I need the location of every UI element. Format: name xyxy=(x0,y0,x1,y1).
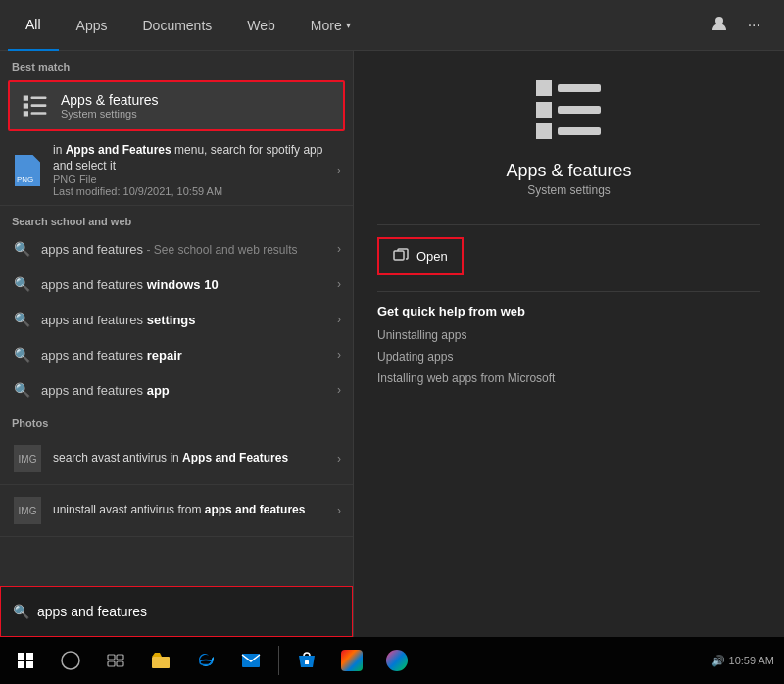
main-content: Best match Apps & features System settin… xyxy=(0,51,784,637)
quick-help-link-2[interactable]: Installing web apps from Microsoft xyxy=(377,371,760,385)
task-view-button[interactable] xyxy=(94,639,137,682)
svg-rect-21 xyxy=(108,661,115,666)
open-icon xyxy=(393,247,409,266)
system-tray[interactable]: 🔊 10:59 AM xyxy=(706,639,780,682)
svg-rect-10 xyxy=(558,84,601,92)
search-result-text-3: apps and features repair xyxy=(41,348,337,363)
photos-label: Photos xyxy=(0,408,353,433)
search-result-1[interactable]: 🔍 apps and features windows 10 › xyxy=(0,267,353,302)
search-icon: 🔍 xyxy=(12,239,31,259)
tab-more[interactable]: More ▾ xyxy=(293,0,368,51)
svg-rect-8 xyxy=(536,102,552,118)
edge-browser-button[interactable] xyxy=(184,639,227,682)
tab-web[interactable]: Web xyxy=(229,0,293,51)
svg-point-24 xyxy=(200,660,212,665)
best-match-text: Apps & features System settings xyxy=(61,92,159,120)
search-bar-icon: 🔍 xyxy=(13,604,29,619)
chevron-right-icon: › xyxy=(337,504,341,517)
tab-bar: All Apps Documents Web More ▾ ··· xyxy=(0,0,784,51)
svg-rect-19 xyxy=(108,655,115,660)
tab-apps[interactable]: Apps xyxy=(59,0,125,51)
search-result-0[interactable]: 🔍 apps and features - See school and web… xyxy=(0,231,353,267)
best-match-item[interactable]: Apps & features System settings xyxy=(8,80,345,131)
svg-rect-25 xyxy=(242,654,260,667)
quick-help-link-1[interactable]: Updating apps xyxy=(377,350,760,364)
search-result-2[interactable]: 🔍 apps and features settings › xyxy=(0,302,353,337)
file-result-type: PNG File xyxy=(53,173,337,185)
chevron-right-icon: › xyxy=(337,383,341,397)
nav-right: ··· xyxy=(707,11,776,40)
svg-rect-3 xyxy=(24,111,28,116)
svg-rect-16 xyxy=(18,661,24,668)
svg-rect-4 xyxy=(31,96,47,99)
svg-point-0 xyxy=(715,17,723,24)
search-icon: 🔍 xyxy=(12,274,31,294)
svg-rect-17 xyxy=(26,661,33,668)
search-school-label: Search school and web xyxy=(0,206,353,231)
tab-documents[interactable]: Documents xyxy=(124,0,229,51)
svg-rect-26 xyxy=(305,660,309,664)
open-button[interactable]: Open xyxy=(377,237,464,275)
svg-rect-9 xyxy=(536,123,552,139)
file-explorer-button[interactable] xyxy=(139,639,182,682)
apps-features-icon xyxy=(20,90,51,122)
search-input[interactable] xyxy=(37,604,340,619)
quick-help-link-0[interactable]: Uninstalling apps xyxy=(377,328,760,342)
svg-point-18 xyxy=(62,652,79,669)
photos-result-title-1: uninstall avast antivirus from apps and … xyxy=(53,503,305,518)
person-icon[interactable] xyxy=(707,11,732,40)
svg-rect-14 xyxy=(18,653,24,660)
svg-rect-5 xyxy=(31,104,47,107)
svg-rect-12 xyxy=(558,127,601,135)
photos-icon-1: IMG xyxy=(12,493,43,528)
search-bar[interactable]: 🔍 xyxy=(0,586,353,637)
candy-button[interactable] xyxy=(330,639,373,682)
search-icon: 🔍 xyxy=(12,310,31,329)
right-panel: Apps & features System settings Open Get… xyxy=(353,51,784,637)
svg-rect-13 xyxy=(394,251,404,260)
best-match-subtitle: System settings xyxy=(61,108,159,120)
svg-rect-7 xyxy=(536,80,552,96)
search-result-text-2: apps and features settings xyxy=(41,313,337,327)
svg-rect-2 xyxy=(24,103,28,108)
photos-result-0[interactable]: IMG search avast antivirus in Apps and F… xyxy=(0,433,353,485)
taskbar-right: 🔊 10:59 AM xyxy=(706,639,780,682)
divider-2 xyxy=(377,291,760,292)
colorful-icon-button[interactable] xyxy=(375,639,418,682)
best-match-label: Best match xyxy=(0,51,353,76)
search-result-text-0: apps and features - See school and web r… xyxy=(41,242,337,257)
photos-result-title-0: search avast antivirus in Apps and Featu… xyxy=(53,451,288,466)
file-icon: PNG xyxy=(12,153,43,188)
search-result-4[interactable]: 🔍 apps and features app › xyxy=(0,372,353,408)
more-options-icon[interactable]: ··· xyxy=(744,13,764,38)
photos-result-text-0: search avast antivirus in Apps and Featu… xyxy=(53,451,288,466)
tab-all[interactable]: All xyxy=(8,0,59,51)
file-result-item[interactable]: PNG in Apps and Features menu, search fo… xyxy=(0,135,353,206)
chevron-right-icon: › xyxy=(337,452,341,465)
right-panel-title: Apps & features xyxy=(377,161,760,181)
svg-rect-22 xyxy=(117,661,123,666)
photos-result-1[interactable]: IMG uninstall avast antivirus from apps … xyxy=(0,485,353,537)
photos-result-text-1: uninstall avast antivirus from apps and … xyxy=(53,503,305,518)
start-button[interactable] xyxy=(4,639,47,682)
search-result-text-4: apps and features app xyxy=(41,383,337,398)
quick-help-title: Get quick help from web xyxy=(377,304,760,318)
svg-rect-1 xyxy=(24,96,28,101)
search-icon: 🔍 xyxy=(12,380,31,400)
search-result-3[interactable]: 🔍 apps and features repair › xyxy=(0,337,353,372)
mail-button[interactable] xyxy=(229,639,272,682)
svg-rect-6 xyxy=(31,112,47,115)
file-result-text: in Apps and Features menu, search for sp… xyxy=(53,143,337,197)
search-icon: 🔍 xyxy=(12,345,31,365)
taskbar: 🔊 10:59 AM xyxy=(0,637,784,684)
taskbar-separator xyxy=(278,646,279,675)
chevron-right-icon: › xyxy=(337,242,341,256)
store-button[interactable] xyxy=(285,639,328,682)
right-panel-app-icon xyxy=(377,71,760,149)
search-circle-button[interactable] xyxy=(49,639,92,682)
svg-rect-20 xyxy=(117,655,123,660)
file-result-title: in Apps and Features menu, search for sp… xyxy=(53,143,337,173)
chevron-right-icon: › xyxy=(337,348,341,362)
svg-rect-11 xyxy=(558,106,601,114)
chevron-right-icon: › xyxy=(337,313,341,326)
